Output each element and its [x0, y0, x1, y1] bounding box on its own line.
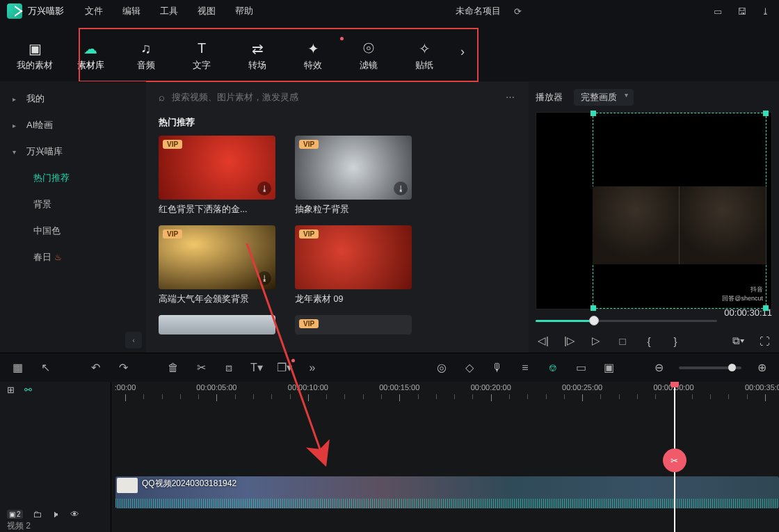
snapshot-icon[interactable]: ⧉▾ [730, 333, 746, 348]
save-icon[interactable]: 🖫 [734, 4, 748, 18]
marker-icon[interactable]: ◇ [462, 360, 477, 376]
sidebar-group-label: AI绘画 [26, 119, 53, 131]
tab-audio[interactable]: ♫ 音频 [118, 33, 174, 72]
music-icon: ♫ [118, 38, 174, 59]
asset-label: 抽象粒子背景 [295, 204, 412, 216]
asset-card[interactable]: VIP [295, 315, 412, 334]
sidebar-group-stock[interactable]: 万兴喵库 [0, 138, 146, 165]
sidebar-item-background[interactable]: 背景 [0, 191, 146, 218]
copy-icon[interactable]: ❐▾ [277, 360, 292, 376]
overflow-icon[interactable]: » [305, 360, 320, 376]
fit-icon[interactable]: ▣ [601, 360, 616, 376]
preview-stage[interactable]: 抖音 回答@shencut [536, 112, 772, 309]
asset-card[interactable]: VIP ⭳ 高端大气年会颁奖背景 [159, 225, 275, 305]
asset-card[interactable]: VIP 龙年素材 09 [295, 225, 412, 305]
split-icon[interactable]: ⎊ [545, 360, 561, 376]
asset-card[interactable] [159, 315, 275, 334]
zoom-in-button[interactable]: ⊕ [754, 360, 769, 376]
zoom-out-button[interactable]: ⊖ [651, 360, 666, 376]
sidebar-item-hot[interactable]: 热门推荐 [0, 165, 146, 191]
sidebar-collapse-button[interactable]: ‹ [125, 332, 142, 348]
more-icon[interactable]: ⋯ [506, 92, 516, 102]
download-icon[interactable]: ⭳ [257, 182, 271, 195]
target-icon[interactable]: ◎ [434, 360, 449, 376]
text-tool-icon[interactable]: T▾ [249, 360, 264, 376]
tab-effects[interactable]: ✦ 特效 [285, 33, 341, 72]
redo-button[interactable]: ↷ [115, 360, 131, 376]
ruler-label: :00:00 [115, 383, 136, 392]
playhead-cap[interactable] [670, 382, 679, 387]
grid-icon[interactable]: ▦ [10, 360, 25, 376]
mixer-icon[interactable]: ≡ [517, 360, 533, 376]
stop-button[interactable]: □ [615, 333, 630, 348]
tab-stickers[interactable]: ✧ 贴纸 [396, 33, 452, 72]
next-frame-button[interactable]: |▷ [562, 333, 577, 348]
render-icon[interactable]: ▭ [573, 360, 588, 376]
menu-file[interactable]: 文件 [85, 5, 103, 17]
ruler-label: 00:00:15:00 [379, 383, 419, 392]
layout-icon[interactable]: ▭ [711, 4, 725, 18]
track-header: ⊞ ⚯ ▣2 🗀 🕨 👁 视频 2 [0, 382, 111, 532]
quality-select[interactable]: 完整画质 [574, 89, 634, 106]
tab-transition[interactable]: ⇄ 转场 [230, 33, 285, 72]
zoom-slider[interactable] [679, 366, 741, 369]
clip-waveform [115, 499, 779, 508]
tabs-more-icon[interactable]: › [452, 45, 473, 59]
delete-button[interactable]: 🗑 [166, 360, 181, 376]
mute-icon[interactable]: 🕨 [51, 509, 61, 519]
menu-help[interactable]: 帮助 [235, 5, 253, 17]
track-badge[interactable]: ▣2 [7, 510, 23, 519]
mic-icon[interactable]: 🎙 [490, 360, 505, 376]
download-icon[interactable]: ⭳ [394, 182, 408, 195]
tab-my-media[interactable]: ▣ 我的素材 [7, 33, 63, 72]
playhead-cut-badge[interactable]: ✂ [663, 449, 686, 472]
undo-button[interactable]: ↶ [88, 360, 103, 376]
project-title[interactable]: 未命名项目 [456, 5, 501, 17]
tab-filters[interactable]: ⦾ 滤镜 [341, 33, 396, 72]
tab-text[interactable]: T 文字 [174, 33, 230, 72]
link-icon[interactable]: ⚯ [24, 385, 32, 395]
sidebar-group-label: 万兴喵库 [26, 145, 63, 158]
mark-out-icon[interactable]: } [668, 333, 683, 348]
prev-frame-button[interactable]: ◁| [536, 333, 551, 348]
pointer-icon[interactable]: ↖ [38, 360, 53, 376]
crop-button[interactable]: ⧈ [221, 360, 236, 376]
preview-progress[interactable] [536, 318, 717, 323]
track-label: 视频 2 [7, 520, 31, 532]
export-icon[interactable]: ⤓ [758, 4, 772, 18]
search-input[interactable] [172, 92, 499, 102]
asset-card[interactable]: VIP ⭳ 抽象粒子背景 [295, 136, 412, 216]
play-button[interactable]: ▷ [588, 333, 604, 348]
tab-label: 贴纸 [396, 59, 452, 72]
folder-icon[interactable]: 🗀 [33, 509, 42, 519]
timeline-ruler[interactable]: :00:0000:00:05:0000:00:10:0000:00:15:000… [111, 382, 779, 407]
fullscreen-icon[interactable]: ⛶ [757, 333, 772, 348]
download-icon[interactable]: ⭳ [257, 271, 271, 285]
menu-tools[interactable]: 工具 [160, 5, 178, 17]
video-track[interactable]: QQ视频20240303181942 [111, 472, 779, 514]
playhead[interactable]: ✂ [674, 382, 675, 532]
cut-button[interactable]: ✂ [193, 360, 209, 376]
vip-badge: VIP [299, 140, 319, 149]
ruler-label: 00:00:35:00 [745, 383, 779, 392]
transition-icon: ⇄ [230, 38, 285, 59]
sidebar-item-china-color[interactable]: 中国色 [0, 218, 146, 244]
asset-label: 红色背景下洒落的金... [159, 204, 275, 216]
vip-badge: VIP [299, 229, 319, 239]
menu-view[interactable]: 视图 [198, 5, 216, 17]
timeline-clip[interactable]: QQ视频20240303181942 [115, 476, 779, 508]
tab-label: 特效 [285, 59, 341, 72]
tab-label: 转场 [230, 59, 285, 72]
menu-edit[interactable]: 编辑 [122, 5, 140, 17]
asset-card[interactable]: VIP ⭳ 红色背景下洒落的金... [159, 136, 275, 216]
mark-in-icon[interactable]: { [641, 333, 657, 348]
history-icon[interactable]: ⟳ [511, 4, 524, 18]
tab-stock[interactable]: ☁ 素材库 [63, 33, 118, 72]
add-track-icon[interactable]: ⊞ [7, 385, 15, 395]
sidebar-item-spring[interactable]: 春日 ♨ [0, 244, 146, 271]
sidebar-group-mine[interactable]: 我的 [0, 86, 146, 112]
app-logo [7, 3, 22, 19]
visibility-icon[interactable]: 👁 [70, 509, 79, 519]
sidebar-group-ai[interactable]: AI绘画 [0, 112, 146, 138]
watermark: 抖音 回答@shencut [722, 285, 763, 303]
